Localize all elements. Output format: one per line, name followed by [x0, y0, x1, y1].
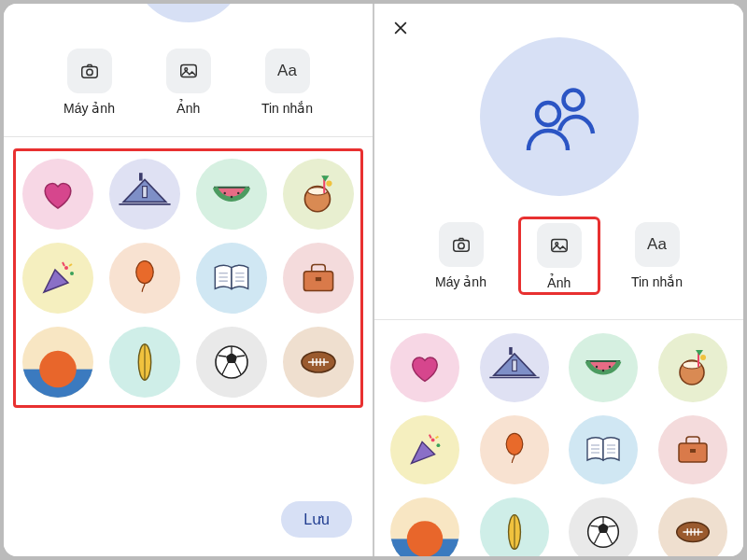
cover-football[interactable] [283, 327, 354, 398]
svg-point-39 [700, 355, 706, 360]
svg-point-15 [136, 261, 153, 284]
text-icon: Aa [265, 49, 310, 93]
cover-surfboard[interactable] [109, 327, 180, 398]
people-icon [517, 75, 601, 159]
photo-icon [537, 223, 582, 268]
svg-point-42 [506, 433, 523, 455]
cover-book[interactable] [196, 243, 267, 314]
divider [4, 136, 373, 137]
svg-point-28 [458, 243, 463, 248]
cover-book[interactable] [569, 415, 638, 484]
cover-source-actions: Máy ảnh Ảnh Aa Tin nhắn [4, 30, 373, 119]
svg-rect-17 [316, 277, 321, 281]
cover-house[interactable] [480, 333, 549, 402]
svg-rect-2 [180, 65, 196, 77]
cover-confetti[interactable] [390, 415, 459, 484]
svg-point-46 [407, 521, 443, 556]
svg-point-14 [70, 272, 74, 275]
svg-point-12 [326, 180, 331, 186]
action-photo[interactable]: Ảnh [525, 223, 594, 290]
cover-surfboard[interactable] [480, 497, 549, 556]
cover-balloon[interactable] [480, 415, 549, 484]
svg-point-34 [602, 370, 604, 371]
svg-rect-0 [81, 66, 97, 77]
svg-point-19 [40, 351, 78, 388]
cover-balloon[interactable] [109, 243, 180, 314]
save-button[interactable]: Lưu [281, 501, 352, 538]
action-photo[interactable]: Ảnh [148, 49, 229, 116]
cover-heart[interactable] [22, 159, 93, 230]
action-camera[interactable]: Máy ảnh [421, 222, 501, 295]
close-button[interactable] [388, 15, 414, 41]
action-text[interactable]: Aa Tin nhắn [617, 222, 698, 295]
svg-rect-31 [509, 347, 512, 355]
svg-point-26 [563, 91, 583, 110]
cover-coconut[interactable] [283, 159, 354, 230]
cover-sunset[interactable] [22, 327, 93, 398]
cover-source-actions: Máy ảnh Ảnh Aa Tin nhắn [374, 205, 743, 299]
save-button-label: Lưu [303, 511, 330, 527]
action-text[interactable]: Aa Tin nhắn [247, 49, 328, 116]
edit-cover-panel-step1: Máy ảnh Ảnh Aa Tin nhắn [4, 4, 374, 556]
svg-point-13 [64, 266, 68, 270]
text-icon: Aa [635, 222, 680, 267]
svg-point-40 [431, 439, 435, 442]
svg-rect-4 [139, 173, 143, 180]
preset-cover-grid [20, 159, 357, 398]
action-text-label: Tin nhắn [631, 274, 683, 289]
camera-icon [67, 49, 112, 93]
cover-sunset[interactable] [390, 497, 459, 556]
preset-cover-grid [384, 333, 734, 556]
svg-point-8 [237, 192, 239, 194]
action-photo-label: Ảnh [176, 101, 201, 116]
svg-point-41 [436, 443, 440, 447]
svg-rect-29 [551, 240, 567, 252]
action-photo-label: Ảnh [547, 275, 571, 290]
action-camera-label: Máy ảnh [435, 274, 486, 289]
svg-point-35 [609, 366, 611, 368]
svg-point-6 [223, 192, 225, 194]
svg-point-1 [86, 69, 92, 75]
svg-rect-32 [512, 360, 516, 371]
svg-rect-27 [453, 240, 469, 251]
cover-soccer[interactable] [196, 327, 267, 398]
cover-confetti[interactable] [22, 243, 93, 314]
cover-watermelon[interactable] [196, 159, 267, 230]
cover-coconut[interactable] [658, 333, 727, 402]
camera-icon [439, 222, 484, 267]
preset-cover-grid-wrap [374, 319, 743, 556]
action-photo-highlight: Ảnh [518, 217, 600, 295]
cover-heart[interactable] [390, 333, 459, 402]
svg-point-25 [537, 103, 559, 125]
avatar-preview-cropped [4, 4, 373, 30]
action-camera[interactable]: Máy ảnh [49, 49, 130, 116]
cover-soccer[interactable] [569, 497, 638, 556]
svg-rect-44 [690, 449, 696, 453]
close-icon [391, 19, 410, 37]
svg-point-7 [231, 196, 233, 198]
preset-cover-grid-highlight [13, 148, 363, 408]
cover-briefcase[interactable] [658, 415, 727, 484]
cover-watermelon[interactable] [569, 333, 638, 402]
svg-rect-5 [143, 187, 148, 198]
svg-point-33 [596, 366, 598, 368]
cover-football[interactable] [658, 497, 727, 556]
action-camera-label: Máy ảnh [63, 101, 115, 116]
cover-avatar-preview [480, 37, 639, 196]
action-text-label: Tin nhắn [261, 101, 313, 116]
photo-icon [166, 49, 211, 93]
cover-house[interactable] [109, 159, 180, 230]
edit-cover-panel-step2: Máy ảnh Ảnh Aa Tin nhắn [374, 4, 743, 556]
cover-briefcase[interactable] [283, 243, 354, 314]
